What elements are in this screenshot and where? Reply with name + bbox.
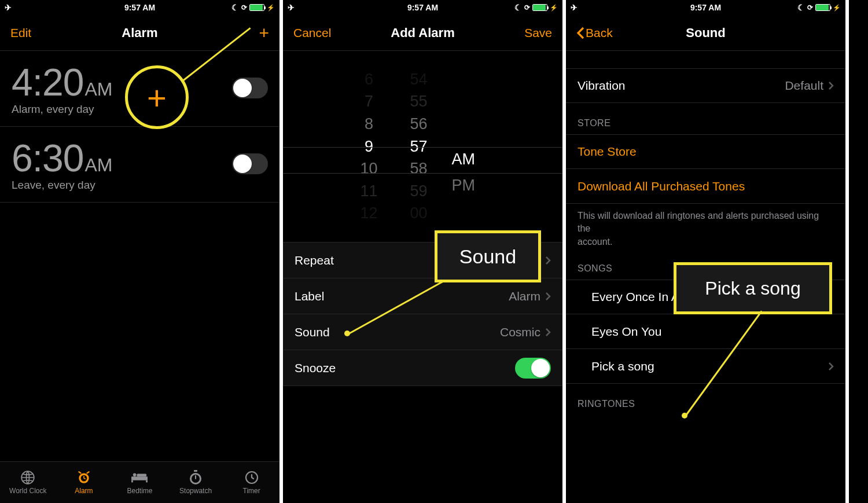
status-bar: ✈ 9:57 AM ☾ ⟳ ⚡	[566, 0, 845, 15]
time-picker[interactable]: 6 7 8 9 10 11 12 54 55 56 57 58 59 00 AM…	[283, 51, 562, 225]
tab-label: Timer	[243, 487, 260, 495]
status-time: 9:57 AM	[690, 3, 721, 12]
vibration-row[interactable]: Vibration Default	[566, 68, 845, 103]
chevron-right-icon	[545, 256, 551, 265]
page-title: Sound	[686, 25, 725, 41]
stopwatch-icon	[187, 470, 204, 485]
alarm-subtitle: Leave, every day	[12, 179, 112, 192]
dnd-icon: ☾	[797, 3, 805, 12]
status-bar: ✈ 9:57 AM ☾ ⟳ ⚡	[283, 0, 562, 15]
navbar: Back Sound	[566, 15, 845, 51]
screen-sound: ✈ 9:57 AM ☾ ⟳ ⚡ Back Sound Vibration Def…	[566, 0, 849, 503]
chevron-right-icon	[545, 328, 551, 337]
alarm-toggle[interactable]	[232, 78, 268, 98]
section-header-ringtones: RINGTONES	[566, 384, 845, 415]
alarm-ampm: AM	[84, 155, 112, 176]
pick-a-song-row[interactable]: Pick a song	[566, 349, 845, 384]
download-purchased-row[interactable]: Download All Purchased Tones	[566, 169, 845, 204]
airplane-icon: ✈	[571, 3, 578, 12]
page-title: Add Alarm	[391, 25, 454, 41]
alarm-subtitle: Alarm, every day	[12, 103, 112, 116]
timer-icon	[244, 470, 260, 485]
charging-icon: ⚡	[833, 4, 841, 12]
tab-bedtime[interactable]: Bedtime	[112, 462, 168, 503]
svg-rect-5	[146, 480, 148, 483]
battery-icon	[815, 4, 830, 11]
tab-alarm[interactable]: Alarm	[56, 462, 112, 503]
svg-rect-4	[131, 480, 133, 483]
chevron-right-icon	[828, 362, 834, 371]
add-alarm-button[interactable]: +	[259, 24, 269, 42]
svg-rect-7	[137, 473, 147, 476]
section-footer: This will download all ringtones and ale…	[566, 204, 845, 248]
song-row[interactable]: Every Once In A While	[566, 280, 845, 314]
status-bar: ✈ 9:57 AM ☾ ⟳ ⚡	[0, 0, 279, 15]
globe-icon	[20, 470, 36, 485]
row-label: Every Once In A While	[591, 290, 712, 304]
orientation-lock-icon: ⟳	[241, 3, 247, 12]
song-row[interactable]: Eyes On You	[566, 314, 845, 349]
airplane-icon: ✈	[288, 3, 295, 12]
tab-bar: World Clock Alarm Bedtime Stopwatch Time…	[0, 461, 279, 503]
navbar: Edit Alarm +	[0, 15, 279, 51]
svg-point-6	[133, 473, 137, 477]
snooze-toggle[interactable]	[515, 358, 551, 379]
row-value: Cosmic	[500, 325, 540, 339]
section-header-store: STORE	[566, 103, 845, 134]
row-value: Alarm	[509, 289, 540, 303]
minute-column[interactable]: 54 55 56 57 58 59 00	[394, 51, 444, 225]
section-header-songs: SONGS	[566, 248, 845, 280]
svg-rect-9	[194, 470, 197, 472]
status-time: 9:57 AM	[407, 3, 438, 12]
battery-icon	[249, 4, 264, 11]
cancel-button[interactable]: Cancel	[293, 26, 331, 40]
tab-timer[interactable]: Timer	[223, 462, 279, 503]
bed-icon	[131, 470, 148, 485]
sound-row[interactable]: Sound Cosmic	[283, 314, 562, 350]
tab-label: Stopwatch	[179, 487, 212, 495]
repeat-row[interactable]: Repeat	[283, 243, 562, 278]
row-label: Label	[295, 289, 324, 303]
row-label: Download All Purchased Tones	[578, 179, 745, 193]
alarm-row[interactable]: 6:30 AM Leave, every day	[0, 127, 279, 203]
snooze-row: Snooze	[283, 350, 562, 386]
tab-world-clock[interactable]: World Clock	[0, 462, 56, 503]
airplane-icon: ✈	[5, 3, 12, 12]
edit-button[interactable]: Edit	[10, 26, 31, 40]
back-button[interactable]: Back	[576, 26, 613, 40]
row-label: Pick a song	[591, 359, 654, 373]
charging-icon: ⚡	[550, 4, 558, 12]
dnd-icon: ☾	[231, 3, 239, 12]
alarm-clock-icon	[76, 470, 92, 485]
row-label: Vibration	[578, 79, 626, 93]
row-label: Snooze	[295, 361, 336, 375]
page-title: Alarm	[122, 25, 157, 41]
tab-label: Bedtime	[127, 487, 152, 495]
save-button[interactable]: Save	[524, 26, 552, 40]
alarm-toggle[interactable]	[232, 153, 268, 174]
row-label: Repeat	[295, 254, 334, 267]
chevron-right-icon	[545, 292, 551, 301]
tab-label: World Clock	[9, 487, 46, 495]
hour-column[interactable]: 6 7 8 9 10 11 12	[344, 51, 394, 225]
screen-alarm-list: ✈ 9:57 AM ☾ ⟳ ⚡ Edit Alarm + 4:20 AM Ala…	[0, 0, 283, 503]
row-value: Default	[785, 79, 823, 93]
row-label: Tone Store	[578, 145, 637, 159]
alarm-time: 6:30	[12, 136, 83, 180]
svg-rect-3	[131, 476, 148, 480]
alarm-time: 4:20	[12, 60, 83, 104]
row-label: Eyes On You	[591, 325, 661, 339]
tab-label: Alarm	[75, 487, 93, 495]
tab-stopwatch[interactable]: Stopwatch	[168, 462, 224, 503]
chevron-right-icon	[828, 81, 834, 90]
orientation-lock-icon: ⟳	[524, 3, 530, 12]
ampm-column[interactable]: AM PM	[444, 51, 502, 225]
alarm-row[interactable]: 4:20 AM Alarm, every day	[0, 51, 279, 127]
navbar: Cancel Add Alarm Save	[283, 15, 562, 51]
battery-icon	[532, 4, 547, 11]
alarm-ampm: AM	[84, 79, 112, 100]
label-row[interactable]: Label Alarm	[283, 278, 562, 314]
tone-store-row[interactable]: Tone Store	[566, 134, 845, 169]
screen-add-alarm: ✈ 9:57 AM ☾ ⟳ ⚡ Cancel Add Alarm Save 6 …	[283, 0, 566, 503]
orientation-lock-icon: ⟳	[807, 3, 813, 12]
